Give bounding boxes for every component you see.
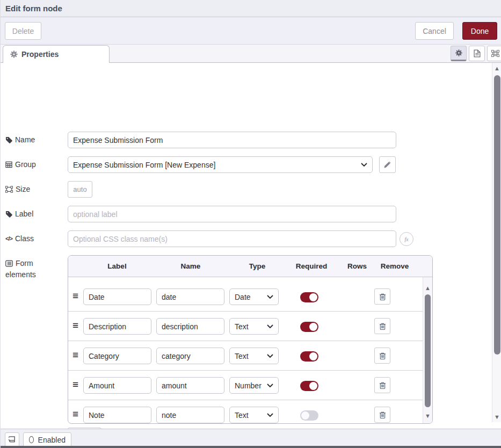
chevron-down-icon (267, 295, 273, 299)
node-description-button[interactable] (469, 46, 485, 61)
element-type-select[interactable]: Text (229, 407, 279, 423)
form-elements-rows: Date Text (68, 277, 424, 424)
book-icon (9, 436, 16, 443)
drag-handle-icon[interactable] (72, 349, 78, 361)
element-type-select[interactable]: Text (229, 318, 279, 335)
element-name-input[interactable] (156, 348, 224, 364)
drag-handle-icon[interactable] (72, 290, 78, 302)
column-header-name: Name (181, 262, 201, 270)
form-element-row: Text (68, 400, 424, 424)
required-toggle[interactable] (300, 322, 318, 332)
node-appearance-button[interactable] (487, 46, 501, 61)
element-name-input[interactable] (156, 407, 224, 423)
tab-properties-label: Properties (21, 50, 59, 59)
dialog-toolbar: Delete Cancel Done (1, 17, 501, 45)
expression-button[interactable]: fx (400, 232, 413, 246)
required-toggle[interactable] (300, 410, 318, 421)
element-type-select[interactable]: Text (229, 348, 279, 364)
element-label-input[interactable] (83, 407, 151, 423)
column-header-label: Label (107, 262, 126, 270)
element-label-input[interactable] (83, 288, 151, 305)
dialog-footer: Enabled (1, 429, 501, 446)
form-element-row: Number (68, 371, 424, 400)
tab-bar: Properties (1, 45, 501, 63)
name-input[interactable] (68, 132, 396, 148)
chevron-down-icon (267, 413, 273, 417)
panel-scrollbar-thumb[interactable] (494, 75, 500, 355)
element-type-select[interactable]: Number (229, 377, 279, 394)
gear-icon (455, 49, 462, 56)
list-alt-icon (5, 260, 13, 267)
form-elements-table-header: Label Name Type Required Rows Remove (68, 256, 432, 277)
name-field-label: Name (5, 135, 35, 144)
element-type-value: Date (235, 293, 251, 301)
element-type-value: Text (235, 322, 249, 331)
done-button[interactable]: Done (462, 22, 497, 40)
cancel-button[interactable]: Cancel (415, 22, 454, 40)
dialog-title: Edit form node (5, 4, 62, 13)
size-field-label: Size (5, 185, 30, 193)
properties-panel: Name Group Expense Submission Form [New … (1, 63, 501, 429)
required-toggle[interactable] (300, 292, 318, 302)
trash-icon (379, 381, 386, 389)
tag-icon (5, 136, 12, 143)
panel-scrollbar[interactable]: ▲ ▼ (492, 63, 501, 422)
delete-element-button[interactable] (374, 318, 390, 334)
enabled-toggle-button[interactable]: Enabled (23, 432, 71, 447)
required-toggle[interactable] (300, 351, 318, 362)
column-header-type: Type (249, 262, 266, 270)
label-input[interactable] (68, 206, 396, 222)
form-element-row: Text (68, 312, 424, 341)
code-icon: </> (5, 235, 12, 242)
scroll-up-icon[interactable]: ▲ (423, 285, 432, 291)
element-name-input[interactable] (156, 377, 224, 394)
size-button[interactable]: auto (68, 181, 92, 198)
chevron-down-icon (361, 163, 367, 167)
element-name-input[interactable] (156, 288, 224, 305)
group-select[interactable]: Expense Submission Form [New Expense] (68, 156, 373, 173)
element-type-value: Text (235, 352, 249, 360)
delete-button[interactable]: Delete (5, 22, 41, 40)
drag-handle-icon[interactable] (72, 320, 78, 331)
drag-handle-icon[interactable] (72, 379, 78, 391)
class-input[interactable] (68, 230, 396, 247)
delete-element-button[interactable] (374, 407, 390, 423)
class-field-label: </> Class (5, 234, 34, 243)
trash-icon (379, 322, 386, 330)
edit-group-button[interactable] (379, 156, 396, 173)
scroll-up-icon[interactable]: ▲ (492, 65, 501, 71)
group-select-value: Expense Submission Form [New Expense] (73, 161, 215, 169)
scroll-down-icon[interactable]: ▼ (423, 413, 432, 419)
element-type-select[interactable]: Date (229, 288, 279, 305)
scroll-down-icon[interactable]: ▼ (492, 414, 501, 420)
element-label-input[interactable] (83, 348, 151, 364)
chevron-down-icon (267, 324, 273, 328)
element-label-input[interactable] (83, 318, 151, 335)
pencil-icon (384, 161, 391, 168)
element-type-value: Number (235, 381, 262, 390)
column-header-rows: Rows (347, 262, 367, 270)
form-element-row: Date (68, 282, 424, 312)
table-scrollbar-thumb[interactable] (425, 294, 431, 407)
object-group-icon (491, 50, 499, 57)
form-elements-field-label2: elements (5, 270, 36, 279)
edit-form-node-dialog: Edit form node Delete Cancel Done P (0, 0, 501, 448)
drag-handle-icon[interactable] (72, 408, 78, 420)
object-group-icon (5, 186, 13, 193)
tab-properties[interactable]: Properties (3, 45, 110, 63)
required-toggle[interactable] (300, 381, 318, 391)
element-name-input[interactable] (156, 318, 224, 335)
delete-element-button[interactable] (374, 348, 390, 364)
form-elements-field-label: Form (5, 259, 33, 268)
label-field-label: Label (5, 209, 33, 218)
element-label-input[interactable] (83, 377, 151, 394)
gear-icon (10, 50, 18, 58)
table-scrollbar[interactable]: ▲ ▼ (423, 277, 432, 424)
dialog-header: Edit form node (1, 0, 501, 17)
node-settings-button[interactable] (451, 46, 467, 61)
enabled-label: Enabled (38, 436, 66, 444)
delete-element-button[interactable] (374, 288, 390, 305)
trash-icon (379, 293, 386, 301)
delete-element-button[interactable] (374, 377, 390, 393)
docs-button[interactable] (5, 432, 19, 447)
